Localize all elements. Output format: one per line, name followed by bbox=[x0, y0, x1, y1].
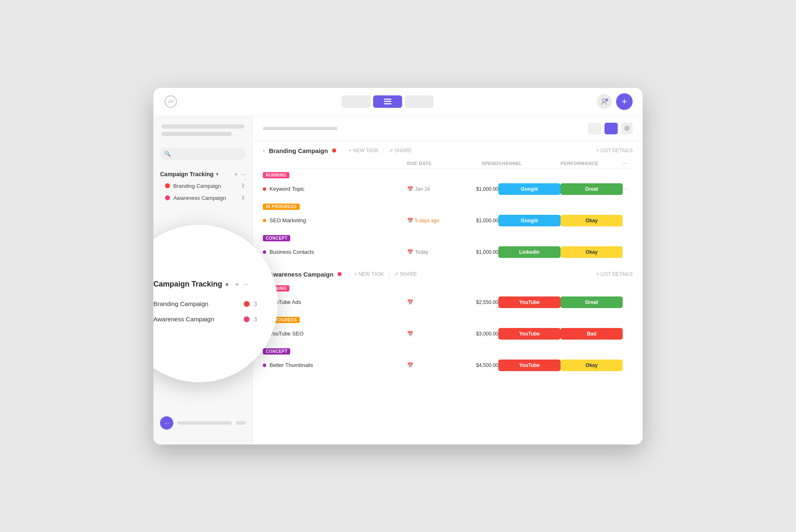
zoom-add-button[interactable]: + bbox=[235, 281, 239, 288]
svg-point-4 bbox=[602, 99, 606, 102]
sidebar-more-button[interactable]: ··· bbox=[241, 171, 246, 177]
share-btn-branding[interactable]: ⇗ SHARE bbox=[389, 148, 412, 153]
task-name: YouTube SEO bbox=[269, 330, 303, 337]
list-section-awareness: › Awareness Campaign + NEW TASK ⇗ SHARE … bbox=[253, 265, 643, 375]
perf-badge-okay[interactable]: Okay bbox=[561, 215, 623, 226]
zoom-item-branding[interactable]: Branding Campaign 3 bbox=[153, 296, 257, 311]
task-date: 📅 5 days ago bbox=[407, 218, 457, 223]
table-row: Business Contacts 📅 Today $1,000.00 Link… bbox=[263, 243, 633, 262]
perf-badge-okay[interactable]: Okay bbox=[561, 360, 623, 371]
zoom-item-label: Awareness Campaign bbox=[153, 316, 240, 323]
task-name-cell: Better Thumbnails bbox=[263, 362, 407, 368]
zoom-dot-awareness bbox=[244, 316, 250, 322]
grid-view-btn[interactable] bbox=[342, 95, 371, 108]
channel-badge-linkedin[interactable]: LinkedIn bbox=[498, 246, 561, 258]
list-header-awareness[interactable]: › Awareness Campaign + NEW TASK ⇗ SHARE … bbox=[263, 265, 633, 282]
task-dot bbox=[263, 219, 266, 222]
channel-badge-youtube[interactable]: YouTube bbox=[498, 328, 561, 340]
column-headers: DUE DATE SPEND CHANNEL PERFORMANCE ··· bbox=[263, 158, 633, 169]
status-group-inprogress-awareness: IN PROGRESS YouTube SEO 📅 $3,000.00 YouT… bbox=[263, 313, 633, 343]
channel-badge-google[interactable]: Google bbox=[498, 215, 561, 226]
sidebar-search[interactable]: 🔍 bbox=[160, 148, 246, 160]
new-task-btn-branding[interactable]: + NEW TASK bbox=[349, 148, 379, 153]
list-title-branding: Branding Campaign bbox=[269, 147, 328, 154]
table-row: YouTube SEO 📅 $3,000.00 YouTube Bad bbox=[263, 325, 633, 343]
view-toggle-left[interactable] bbox=[588, 123, 601, 134]
content-header-right: ⚙ bbox=[588, 123, 633, 134]
zoom-count-branding: 3 bbox=[254, 301, 257, 307]
sidebar-item-label: Awareness Campaign bbox=[173, 195, 236, 201]
task-name: Better Thumbnails bbox=[269, 362, 313, 368]
status-badge-concept: CONCEPT bbox=[263, 348, 290, 355]
top-bar-actions: + bbox=[597, 93, 633, 110]
calendar-icon: 📅 bbox=[407, 218, 413, 223]
board-view-btn[interactable] bbox=[405, 95, 434, 108]
list-actions-awareness: + NEW TASK ⇗ SHARE bbox=[354, 271, 417, 277]
svg-rect-1 bbox=[384, 99, 391, 100]
new-task-btn-awareness[interactable]: + NEW TASK bbox=[354, 271, 384, 277]
skeleton-bar bbox=[162, 124, 244, 129]
perf-badge-okay[interactable]: Okay bbox=[561, 246, 623, 258]
more-icon[interactable]: ··· bbox=[623, 185, 633, 193]
sidebar-item-branding[interactable]: Branding Campaign 3 bbox=[153, 180, 252, 192]
task-name: SEO Marketing bbox=[269, 217, 306, 223]
view-toggle-active[interactable] bbox=[604, 123, 618, 134]
add-button[interactable]: + bbox=[616, 93, 633, 110]
sidebar-section-title: Campaign Tracking bbox=[160, 171, 214, 177]
add-user-button[interactable] bbox=[597, 94, 612, 109]
task-spend: $3,000.00 bbox=[457, 331, 498, 337]
task-name: Business Contacts bbox=[269, 249, 314, 255]
task-date: 📅 bbox=[407, 331, 457, 337]
task-date: 📅 Jan 24 bbox=[407, 186, 457, 192]
perf-badge-bad[interactable]: Bad bbox=[561, 328, 623, 340]
zoom-section-actions: + ··· bbox=[235, 281, 249, 288]
app-logo[interactable] bbox=[163, 94, 178, 109]
perf-badge-great[interactable]: Great bbox=[561, 183, 623, 195]
sidebar-section-header[interactable]: Campaign Tracking ▾ + ··· bbox=[153, 168, 252, 180]
task-dot bbox=[263, 187, 266, 191]
app-window: + 🔍 Campaign Tracking ▾ + ··· bbox=[153, 88, 643, 445]
sidebar-item-awareness[interactable]: Awareness Campaign 3 bbox=[153, 192, 252, 204]
zoom-item-awareness[interactable]: Awareness Campaign 3 bbox=[153, 311, 257, 327]
status-badge-concept: CONCEPT bbox=[263, 235, 290, 241]
svg-rect-3 bbox=[384, 103, 391, 104]
table-row: Keyword Topic 📅 Jan 24 $1,000.00 Google … bbox=[263, 180, 633, 199]
chat-bubble[interactable]: ··· bbox=[160, 416, 173, 430]
list-header-branding[interactable]: › Branding Campaign + NEW TASK ⇗ SHARE >… bbox=[263, 141, 633, 158]
task-spend: $1,000.00 bbox=[457, 249, 498, 255]
channel-badge-google[interactable]: Google bbox=[498, 183, 561, 195]
calendar-icon: 📅 bbox=[407, 186, 413, 192]
share-btn-awareness[interactable]: ⇗ SHARE bbox=[394, 271, 417, 277]
search-icon: 🔍 bbox=[164, 151, 171, 157]
channel-badge-youtube[interactable]: YouTube bbox=[498, 360, 561, 371]
status-group-concept-branding: CONCEPT Business Contacts 📅 Today $1,000… bbox=[263, 232, 633, 262]
task-dot bbox=[263, 364, 266, 367]
list-dot-branding bbox=[332, 148, 336, 153]
table-row: YouTube Ads 📅 $2,550.00 YouTube Great bbox=[263, 293, 633, 312]
awareness-count: 3 bbox=[241, 195, 244, 201]
perf-badge-great[interactable]: Great bbox=[561, 296, 623, 308]
zoom-more-button[interactable]: ··· bbox=[243, 281, 248, 288]
branding-count: 3 bbox=[241, 183, 244, 189]
list-view-btn[interactable] bbox=[373, 95, 402, 108]
list-details-btn-awareness[interactable]: > LIST DETAILS bbox=[596, 271, 633, 277]
status-badge-inprogress: IN PROGRESS bbox=[263, 204, 300, 210]
list-details-btn-branding[interactable]: > LIST DETAILS bbox=[596, 148, 633, 153]
list-dot-awareness bbox=[337, 272, 342, 276]
calendar-icon: 📅 bbox=[407, 362, 413, 368]
sidebar-bottom-bar-small bbox=[236, 421, 246, 425]
content-area: ⚙ › Branding Campaign + NEW TASK ⇗ SHARE… bbox=[253, 116, 643, 445]
col-more-header: ··· bbox=[623, 161, 633, 166]
zoom-count-awareness: 3 bbox=[254, 316, 257, 323]
breadcrumb bbox=[263, 127, 337, 130]
status-group-running-branding: RUNNING Keyword Topic 📅 Jan 24 $1,000.00… bbox=[263, 169, 633, 199]
channel-badge-youtube[interactable]: YouTube bbox=[498, 296, 561, 308]
task-date: 📅 Today bbox=[407, 249, 457, 255]
col-due-header: DUE DATE bbox=[407, 161, 457, 166]
list-actions-branding: + NEW TASK ⇗ SHARE bbox=[349, 148, 412, 153]
task-name-cell: SEO Marketing bbox=[263, 217, 407, 223]
zoom-section-header: Campaign Tracking ▾ + ··· bbox=[153, 280, 249, 289]
settings-icon[interactable]: ⚙ bbox=[621, 123, 633, 134]
sidebar-add-button[interactable]: + bbox=[234, 171, 238, 177]
list-title-awareness: Awareness Campaign bbox=[269, 271, 334, 278]
